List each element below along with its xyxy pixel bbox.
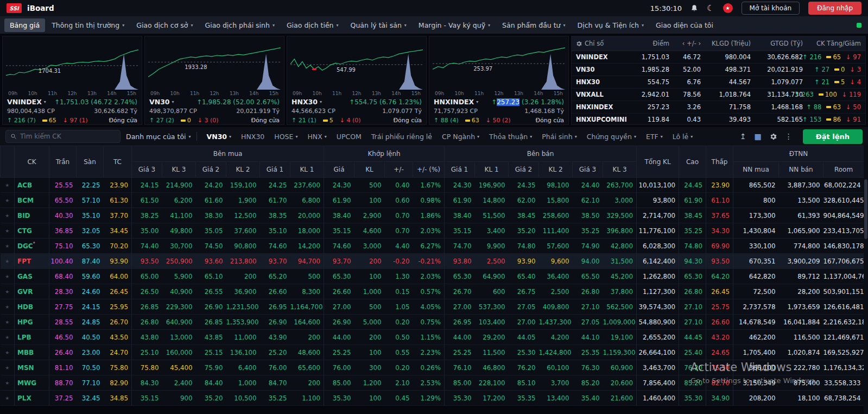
index-row[interactable]: HNX30554.756.7644.5671,079.077↑ 215↓ 4	[572, 76, 865, 88]
column-header[interactable]: KL 3	[162, 162, 196, 178]
my-watchlist-dropdown[interactable]: Danh mục của tôi ▾	[126, 133, 191, 141]
column-header[interactable]: Tổng KL	[637, 146, 679, 178]
pin-icon[interactable]: ★	[1, 391, 15, 406]
table-row[interactable]: ★LPB46.5040.5043.5043.8013,00043.8511,00…	[1, 330, 864, 345]
table-row[interactable]: ★BCM65.5057.1061.3061.506,20061.601,9006…	[1, 193, 864, 208]
tab-l-l-[interactable]: Lô lẻ▾	[668, 130, 698, 143]
pin-icon[interactable]: ★	[1, 223, 15, 239]
column-header[interactable]: TC	[104, 146, 132, 178]
column-header[interactable]: Sàn	[77, 146, 104, 178]
export-icon[interactable]: ↥	[740, 132, 746, 141]
pin-icon[interactable]: ★	[1, 360, 15, 375]
table-row[interactable]: ★GAS68.4059.6064.0065.005,90065.1020065.…	[1, 269, 864, 284]
column-header[interactable]: KL 1	[475, 162, 509, 178]
nav-item-th-ng-tin-th-tr-ng[interactable]: Thông tin thị trường▾	[46, 18, 130, 32]
place-order-button[interactable]: Đặt lệnh	[803, 129, 863, 144]
index-name-dropdown[interactable]: HNX30 ▾	[292, 98, 322, 106]
column-header[interactable]: NN bán	[779, 162, 823, 178]
index-row[interactable]: HNXINDEX257.233.2671.7581,468.168↑ 8863↓…	[572, 101, 865, 113]
column-header[interactable]: Thấp	[706, 146, 733, 178]
nav-item-giao-d-ch-c-s-[interactable]: Giao dịch cơ sở▾	[131, 18, 198, 32]
tab-vn30[interactable]: VN30▾	[202, 130, 236, 143]
table-row[interactable]: ★PLX37.2532.4534.8535.1590035.2010,50035…	[1, 391, 864, 406]
tab-cp-ng-nh[interactable]: CP Ngành▾	[438, 130, 484, 143]
column-header[interactable]: Giá 1	[445, 162, 475, 178]
column-header[interactable]: Cao	[679, 146, 706, 178]
column-header[interactable]: ĐTNN	[733, 146, 864, 162]
table-row[interactable]: ★MBB26.4023.0024.7025.10160,00025.15136,…	[1, 345, 864, 360]
table-row[interactable]: ★HDB27.7524.1525.9526.85229,30026.901,23…	[1, 299, 864, 315]
index-column-header[interactable]: CK Tăng/Giảm	[807, 36, 865, 51]
promo-star-badge-icon[interactable]: ★	[723, 3, 733, 13]
column-header[interactable]: NN mua	[733, 162, 779, 178]
nav-item-margin-vay-k-qu-[interactable]: Margin - Vay ký quỹ▾	[413, 18, 496, 32]
scrollbar-thumb[interactable]	[864, 179, 867, 239]
nav-item-s-n-ph-m-u-t-[interactable]: Sản phẩm đầu tư▾	[497, 18, 571, 32]
dark-mode-moon-icon[interactable]: ☾	[707, 3, 714, 13]
table-row[interactable]: ★FPT100.4087.4093.9093.50250,90093.60213…	[1, 254, 864, 269]
nav-item-giao-di-n-c-a-t-i[interactable]: Giao diện của tôi	[650, 18, 719, 32]
index-row[interactable]: VN301,985.2852.00498.37120,021.919↑ 270↓…	[572, 63, 865, 76]
nav-item-d-ch-v-ti-n-ch[interactable]: Dịch vụ & Tiện ích▾	[572, 18, 649, 32]
tab-ph-i-sinh[interactable]: Phái sinh▾	[537, 130, 581, 143]
pin-icon[interactable]: ★	[1, 178, 15, 193]
column-header[interactable]: +/-	[385, 162, 413, 178]
pin-icon[interactable]: ★	[1, 315, 15, 330]
column-header[interactable]: +/- (%)	[413, 162, 445, 178]
search-box[interactable]	[5, 130, 121, 143]
nav-item-giao-d-ch-ph-i-sinh[interactable]: Giao dịch phái sinh▾	[200, 18, 280, 32]
pin-icon[interactable]: ★	[1, 208, 15, 223]
mini-chart[interactable]: 253.97	[433, 39, 565, 90]
index-column-header[interactable]: ‹ +/- ›	[674, 36, 705, 51]
column-header[interactable]: Trần	[49, 146, 77, 178]
index-column-header[interactable]: Điểm	[636, 36, 674, 51]
pin-icon[interactable]: ★	[1, 375, 15, 391]
pin-icon[interactable]: ★	[1, 269, 15, 284]
settings-gear-icon[interactable]	[770, 133, 777, 140]
mini-chart[interactable]: 1704.31	[6, 39, 138, 90]
pin-icon[interactable]: ★	[1, 254, 15, 269]
column-header[interactable]	[1, 146, 15, 178]
column-header[interactable]: KL 2	[226, 162, 260, 178]
column-header[interactable]: Bên bán	[445, 146, 637, 162]
column-header[interactable]: Giá 2	[509, 162, 539, 178]
column-header[interactable]: Giá	[324, 162, 354, 178]
column-header[interactable]: Giá 3	[132, 162, 162, 178]
column-header[interactable]: KL 1	[290, 162, 324, 178]
column-header[interactable]: Giá 2	[196, 162, 226, 178]
pin-icon[interactable]: ★	[1, 284, 15, 299]
pin-icon[interactable]: ★	[1, 299, 15, 315]
table-row[interactable]: ★DGC°75.1065.3070.2074.4030,70074.5090,8…	[1, 239, 864, 254]
tab-hnx[interactable]: HNX▾	[303, 130, 331, 143]
index-row[interactable]: VNXALL2,942.0178.561,018.76431,134.730↑ …	[572, 88, 865, 101]
tab-ch-ng-quy-n[interactable]: Chứng quyền▾	[582, 130, 641, 143]
nav-item-b-ng-gi-[interactable]: Bảng giá	[4, 18, 45, 32]
tab-hnx30[interactable]: HNX30	[237, 130, 269, 143]
tab-hose[interactable]: HOSE▾	[270, 130, 302, 143]
mini-chart[interactable]: 547.99	[290, 39, 423, 90]
column-header[interactable]: CK	[15, 146, 49, 178]
open-account-button[interactable]: Mở tài khoản	[742, 2, 800, 15]
pin-icon[interactable]: ★	[1, 193, 15, 208]
column-header[interactable]: Room	[823, 162, 864, 178]
index-row[interactable]: VNINDEX1,751.0346.72980.00430,626.682↑ 2…	[572, 51, 865, 63]
pin-icon[interactable]: ★	[1, 239, 15, 254]
index-name-dropdown[interactable]: VN30 ▾	[149, 98, 174, 106]
pin-icon[interactable]: ★	[1, 345, 15, 360]
index-column-header[interactable]: GTGD (Tỷ)	[755, 36, 807, 51]
search-input[interactable]	[20, 133, 116, 140]
column-header[interactable]: Bên mua	[132, 146, 324, 162]
table-row[interactable]: ★BID40.3035.1037.7038.2541,10038.3012,50…	[1, 208, 864, 223]
tab-tr-i-phi-u-ri-ng-l-[interactable]: Trái phiếu riêng lẻ	[367, 130, 436, 143]
table-row[interactable]: ★MWG88.7077.1082.9084.302,40084.401,0008…	[1, 375, 864, 391]
index-column-header[interactable]: KLGD (Triệu)	[705, 36, 755, 51]
tab-upcom[interactable]: UPCOM	[332, 130, 366, 143]
table-row[interactable]: ★CTG36.8532.0534.4535.0049,80035.0537,60…	[1, 223, 864, 239]
column-header[interactable]: Khớp lệnh	[324, 146, 445, 162]
table-row[interactable]: ★MSN81.1070.5075.8075.8045,40075.906,400…	[1, 360, 864, 375]
column-header[interactable]: Giá 1	[260, 162, 290, 178]
column-header[interactable]: KL 3	[603, 162, 637, 178]
notification-bell-icon[interactable]	[690, 4, 698, 12]
table-row[interactable]: ★HPG28.5524.8526.7026.80640,90026.851,35…	[1, 315, 864, 330]
mini-chart[interactable]: 1933.28	[148, 39, 281, 90]
